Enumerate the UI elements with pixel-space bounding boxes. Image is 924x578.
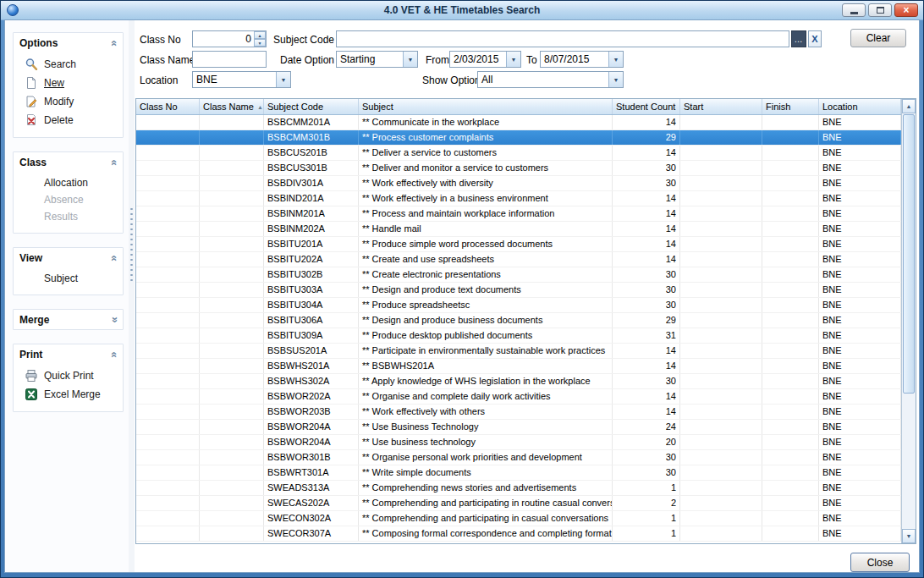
sidebar-item-modify[interactable]: Modify xyxy=(14,92,123,111)
table-row[interactable]: BSBWOR202A** Organise and complete daily… xyxy=(136,389,901,405)
table-row[interactable]: BSBINM202A** Handle mail14BNE xyxy=(136,222,901,237)
table-row[interactable]: BSBCUS201B** Deliver a service to custom… xyxy=(136,146,901,161)
table-row[interactable]: BSBINM201A** Process and maintain workpl… xyxy=(136,206,901,222)
to-date-picker[interactable]: 8/07/2015 ▼ xyxy=(540,51,624,68)
scroll-down-icon[interactable]: ▼ xyxy=(902,529,916,543)
section-header-view[interactable]: View« xyxy=(14,248,123,267)
scrollbar-thumb[interactable] xyxy=(903,114,915,394)
section-header-merge[interactable]: Merge« xyxy=(14,310,123,329)
column-label: Subject xyxy=(362,102,393,112)
table-row[interactable]: BSBITU303A** Design and produce text doc… xyxy=(136,283,901,298)
sidebar-item-absence[interactable]: Absence xyxy=(14,191,123,208)
sidebar-item-new[interactable]: New xyxy=(14,74,123,92)
table-row[interactable]: BSBWOR204A** Use Business Technology24BN… xyxy=(136,420,901,435)
table-row[interactable]: BSBITU309A** Produce desktop published d… xyxy=(136,328,901,344)
scroll-up-icon[interactable]: ▲ xyxy=(902,99,916,113)
date-option-select[interactable]: Starting ▼ xyxy=(336,51,418,68)
chevron-down-icon[interactable]: ▼ xyxy=(608,72,623,87)
titlebar[interactable]: 4.0 VET & HE Timetables Search × xyxy=(1,1,923,19)
table-row[interactable]: BSBWHS302A** Apply knowledge of WHS legi… xyxy=(136,374,901,389)
table-row[interactable]: BSBWOR203B** Work effectively with other… xyxy=(136,405,901,420)
chevron-down-icon[interactable]: ▼ xyxy=(403,52,417,67)
show-option-select[interactable]: All ▼ xyxy=(477,71,624,88)
cell-location: BNE xyxy=(819,283,901,297)
table-row[interactable]: BSBITU306A** Design and produce business… xyxy=(136,313,901,328)
chevron-down-icon[interactable]: « xyxy=(109,317,118,322)
table-row[interactable]: SWECON302A** Comprehending and participa… xyxy=(136,511,901,526)
table-row[interactable]: BSBITU304A** Produce spreadsheetsc30BNE xyxy=(136,298,901,313)
chevron-down-icon[interactable]: ▼ xyxy=(276,72,290,87)
table-row[interactable]: BSBWRT301A** Write simple documents30BNE xyxy=(136,465,901,481)
column-header-start[interactable]: Start xyxy=(680,99,762,114)
sidebar-item-excel-merge[interactable]: Excel Merge xyxy=(14,385,123,404)
table-row[interactable]: SWEADS313A** Comprehending news stories … xyxy=(136,481,901,496)
chevron-up-icon[interactable]: « xyxy=(109,159,118,165)
table-row[interactable]: BSBCMM201A** Communicate in the workplac… xyxy=(136,115,901,130)
from-date-value: 2/03/2015 xyxy=(450,52,506,67)
cell-location: BNE xyxy=(819,206,901,221)
section-header-options[interactable]: Options« xyxy=(14,33,123,52)
table-row[interactable]: BSBITU202A** Create and use spreadsheets… xyxy=(136,252,901,267)
app-window: 4.0 VET & HE Timetables Search × Options… xyxy=(0,0,924,578)
section-header-print[interactable]: Print« xyxy=(14,344,123,364)
column-header-subject-code[interactable]: Subject Code xyxy=(264,99,359,114)
cell-start xyxy=(680,191,762,206)
cell-class-no xyxy=(136,161,200,175)
subject-code-clear-button[interactable]: X xyxy=(808,30,822,47)
cell-subject: ** Participate in environmentally sustai… xyxy=(359,344,613,358)
from-date-picker[interactable]: 2/03/2015 ▼ xyxy=(449,51,521,68)
spin-down-icon[interactable]: ▼ xyxy=(254,39,266,47)
column-header-class-no[interactable]: Class No xyxy=(136,99,200,114)
vertical-scrollbar[interactable]: ▲ ▼ xyxy=(901,99,916,543)
close-button[interactable]: Close xyxy=(850,553,910,572)
cell-location: BNE xyxy=(819,191,901,206)
table-row[interactable]: BSBSUS201A** Participate in environmenta… xyxy=(136,344,901,359)
table-row[interactable]: SWECOR307A** Composing formal correspond… xyxy=(136,526,901,542)
table-row[interactable]: BSBWOR204A** Use business technology20BN… xyxy=(136,435,901,450)
cell-student-count: 14 xyxy=(613,146,680,160)
maximize-button[interactable] xyxy=(868,3,892,17)
table-row[interactable]: BSBWOR301B** Organise personal work prio… xyxy=(136,450,901,465)
cell-start xyxy=(680,176,762,190)
location-label: Location xyxy=(140,74,178,86)
minimize-button[interactable] xyxy=(842,3,866,17)
class-no-spinner[interactable]: 0 ▲ ▼ xyxy=(192,30,267,47)
table-row[interactable]: BSBDIV301A** Work effectively with diver… xyxy=(136,176,901,191)
table-row[interactable]: BSBCUS301B** Deliver and monitor a servi… xyxy=(136,161,901,176)
table-row[interactable]: SWECAS202A** Comprehending and participa… xyxy=(136,496,901,511)
sidebar-splitter[interactable] xyxy=(129,20,135,572)
chevron-up-icon[interactable]: « xyxy=(109,351,118,357)
table-row[interactable]: BSBIND201A** Work effectively in a busin… xyxy=(136,191,901,206)
column-header-subject[interactable]: Subject xyxy=(359,99,613,114)
table-row[interactable]: BSBITU302B** Create electronic presentat… xyxy=(136,267,901,283)
spin-up-icon[interactable]: ▲ xyxy=(254,31,266,39)
sidebar-item-subject[interactable]: Subject xyxy=(14,270,123,287)
column-header-finish[interactable]: Finish xyxy=(762,99,819,114)
sidebar-item-quick-print[interactable]: Quick Print xyxy=(14,366,123,385)
sidebar-item-delete[interactable]: Delete xyxy=(14,111,123,129)
sidebar-item-results[interactable]: Results xyxy=(14,208,123,225)
cell-finish xyxy=(762,115,819,129)
table-row-selected[interactable]: BSBCMM301B** Process customer complaints… xyxy=(136,130,901,146)
subject-code-input[interactable] xyxy=(336,30,789,47)
sidebar-item-search[interactable]: Search xyxy=(14,55,123,74)
column-header-student-count[interactable]: Student Count xyxy=(613,99,680,114)
cell-finish xyxy=(762,526,819,541)
table-row[interactable]: BSBWHS201A** BSBWHS201A14BNE xyxy=(136,359,901,374)
class-name-input[interactable] xyxy=(192,51,267,68)
column-header-class-name[interactable]: Class Name▲ xyxy=(200,99,264,114)
chevron-down-icon[interactable]: ▼ xyxy=(608,52,623,67)
cell-class-name xyxy=(200,359,264,373)
chevron-down-icon[interactable]: ▼ xyxy=(506,52,520,67)
sidebar-item-allocation[interactable]: Allocation xyxy=(14,174,123,191)
location-select[interactable]: BNE ▼ xyxy=(192,71,291,88)
table-row[interactable]: BSBITU201A** Produce simple word process… xyxy=(136,237,901,252)
chevron-up-icon[interactable]: « xyxy=(109,255,118,261)
chevron-up-icon[interactable]: « xyxy=(109,40,118,46)
clear-button[interactable]: Clear xyxy=(850,29,906,47)
section-header-class[interactable]: Class« xyxy=(14,152,123,172)
close-window-button[interactable]: × xyxy=(894,3,918,17)
cell-class-name xyxy=(200,389,264,404)
column-header-location[interactable]: Location xyxy=(819,99,901,114)
subject-code-browse-button[interactable]: … xyxy=(791,30,806,47)
